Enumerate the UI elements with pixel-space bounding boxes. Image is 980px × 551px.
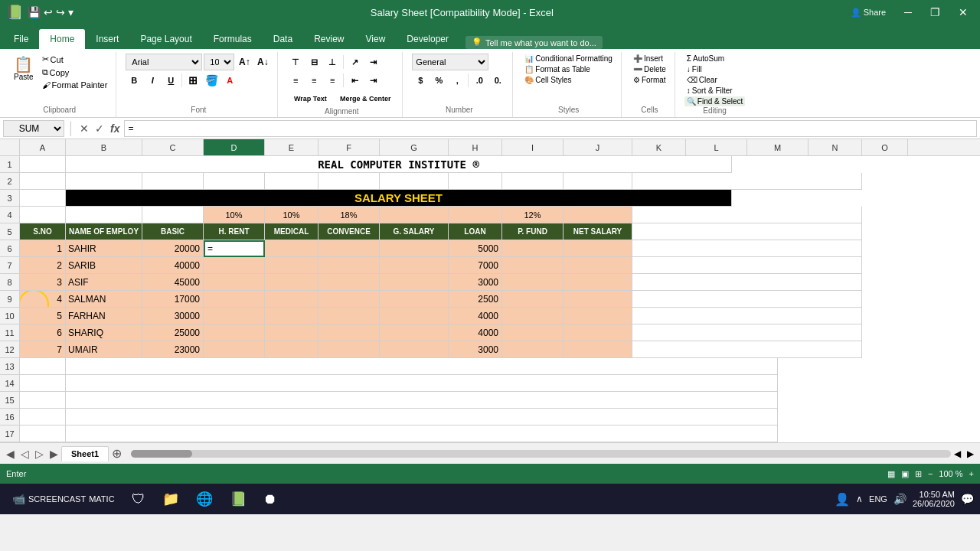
- cell-e4[interactable]: 10%: [265, 207, 318, 223]
- cell-d12[interactable]: [204, 341, 265, 358]
- scroll-right-btn[interactable]: ▶: [967, 448, 974, 459]
- cell-f8[interactable]: [318, 274, 380, 291]
- cell-e2[interactable]: [265, 173, 318, 190]
- align-left-btn[interactable]: ≡: [287, 72, 304, 89]
- cell-c6[interactable]: 20000: [142, 240, 204, 257]
- row-header-5[interactable]: 5: [0, 223, 19, 240]
- fill-color-btn[interactable]: 🪣: [203, 72, 220, 89]
- row-header-8[interactable]: 8: [0, 274, 19, 291]
- col-header-f[interactable]: F: [318, 139, 380, 155]
- cell-d8[interactable]: [204, 274, 265, 291]
- cell-h10[interactable]: 4000: [449, 308, 502, 324]
- taskbar-notification-icon[interactable]: 💬: [961, 493, 974, 505]
- currency-btn[interactable]: $: [412, 72, 429, 89]
- cell-f2[interactable]: [318, 173, 380, 190]
- cell-rest-11[interactable]: [632, 324, 862, 341]
- view-normal-btn[interactable]: ▦: [887, 469, 895, 479]
- cell-rest-7[interactable]: [632, 257, 862, 274]
- font-color-btn[interactable]: A: [221, 72, 238, 89]
- cell-d11[interactable]: [204, 324, 265, 341]
- cell-e6[interactable]: [265, 240, 318, 257]
- cell-a13[interactable]: [20, 358, 66, 375]
- insert-btn[interactable]: ➕Insert: [631, 54, 668, 64]
- row-header-7[interactable]: 7: [0, 257, 19, 274]
- cell-rest-9[interactable]: [632, 291, 862, 308]
- copy-btn[interactable]: ⧉ Copy: [40, 67, 110, 78]
- number-format-select[interactable]: General: [412, 54, 488, 70]
- cell-rest-8[interactable]: [632, 274, 862, 291]
- format-painter-btn[interactable]: 🖌 Format Painter: [40, 80, 110, 90]
- font-name-select[interactable]: Arial: [126, 54, 202, 70]
- view-page-btn[interactable]: ▣: [901, 469, 909, 479]
- cell-j2[interactable]: [564, 173, 632, 190]
- font-size-select[interactable]: 10: [204, 54, 234, 70]
- cell-h7[interactable]: 7000: [449, 257, 502, 274]
- cell-j12[interactable]: [564, 341, 632, 358]
- tab-review[interactable]: Review: [303, 29, 354, 49]
- cell-a12[interactable]: 7: [20, 341, 66, 358]
- format-as-table-btn[interactable]: 📋Format as Table: [522, 64, 615, 74]
- cell-d7[interactable]: [204, 257, 265, 274]
- cell-b9[interactable]: SALMAN: [66, 291, 142, 308]
- cell-f6[interactable]: [318, 240, 380, 257]
- cell-f11[interactable]: [318, 324, 380, 341]
- cell-c9[interactable]: 17000: [142, 291, 204, 308]
- underline-btn[interactable]: U: [162, 72, 179, 89]
- tab-nav-left[interactable]: ◀: [3, 446, 18, 461]
- row-header-15[interactable]: 15: [0, 392, 19, 409]
- col-header-a[interactable]: A: [20, 139, 66, 155]
- cell-g12[interactable]: [380, 341, 449, 358]
- taskbar-excel[interactable]: 📗: [224, 487, 253, 510]
- row-header-17[interactable]: 17: [0, 425, 19, 442]
- row-header-16[interactable]: 16: [0, 409, 19, 425]
- clear-btn[interactable]: ⌫ Clear: [684, 75, 745, 85]
- cell-e5[interactable]: MEDICAL: [265, 223, 318, 240]
- cell-f12[interactable]: [318, 341, 380, 358]
- cell-e11[interactable]: [265, 324, 318, 341]
- zoom-in-btn[interactable]: +: [969, 469, 974, 478]
- cell-a9[interactable]: 4: [20, 291, 66, 308]
- cell-rest-17[interactable]: [66, 425, 778, 442]
- cell-f10[interactable]: [318, 308, 380, 324]
- cell-j4[interactable]: [564, 207, 632, 223]
- col-header-e[interactable]: E: [265, 139, 318, 155]
- cell-f4[interactable]: 18%: [318, 207, 380, 223]
- cell-d4[interactable]: 10%: [204, 207, 265, 223]
- view-break-btn[interactable]: ⊞: [915, 469, 922, 479]
- cell-i8[interactable]: [502, 274, 564, 291]
- decrease-decimal-btn[interactable]: 0.: [489, 72, 506, 89]
- cancel-formula-btn[interactable]: ✕: [78, 122, 90, 135]
- cell-rest-6[interactable]: [632, 240, 862, 257]
- cell-rest-16[interactable]: [66, 409, 778, 425]
- cell-a14[interactable]: [20, 375, 66, 392]
- cell-c10[interactable]: 30000: [142, 308, 204, 324]
- col-header-b[interactable]: B: [66, 139, 142, 155]
- restore-btn[interactable]: ❐: [924, 5, 946, 20]
- tab-data[interactable]: Data: [263, 29, 303, 49]
- cell-b11[interactable]: SHARIQ: [66, 324, 142, 341]
- cell-g5[interactable]: G. SALARY: [380, 223, 449, 240]
- cell-rest-5[interactable]: [632, 223, 862, 240]
- col-header-c[interactable]: C: [142, 139, 204, 155]
- cell-b6[interactable]: SAHIR: [66, 240, 142, 257]
- cell-h2[interactable]: [449, 173, 502, 190]
- bold-btn[interactable]: B: [126, 72, 142, 89]
- cell-i7[interactable]: [502, 257, 564, 274]
- cell-b5[interactable]: NAME OF EMPLOY: [66, 223, 142, 240]
- cell-j10[interactable]: [564, 308, 632, 324]
- cell-a17[interactable]: [20, 425, 66, 442]
- add-sheet-btn[interactable]: ⊕: [109, 446, 125, 461]
- cell-rest-2[interactable]: [632, 173, 862, 190]
- row-header-12[interactable]: 12: [0, 341, 19, 358]
- horizontal-scrollbar[interactable]: [131, 450, 951, 458]
- cell-h6[interactable]: 5000: [449, 240, 502, 257]
- cell-rest-12[interactable]: [632, 341, 862, 358]
- cell-a7[interactable]: 2: [20, 257, 66, 274]
- align-center-btn[interactable]: ≡: [305, 72, 322, 89]
- cell-rest-13[interactable]: [66, 358, 778, 375]
- zoom-out-btn[interactable]: −: [928, 469, 933, 478]
- cell-b3-merged[interactable]: SALARY SHEET: [66, 190, 732, 207]
- col-header-o[interactable]: O: [862, 139, 908, 155]
- row-header-4[interactable]: 4: [0, 207, 19, 223]
- cell-h9[interactable]: 2500: [449, 291, 502, 308]
